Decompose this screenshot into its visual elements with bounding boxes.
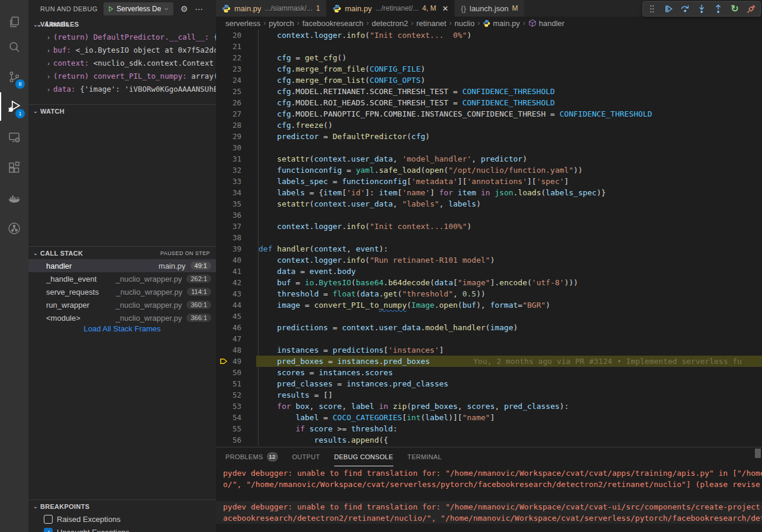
code-line[interactable]: 40 context.logger.info("Run retinanet-R1…: [216, 254, 762, 266]
variables-header[interactable]: ⌄ VARIABLES: [28, 18, 216, 31]
breadcrumb-item[interactable]: detectron2: [372, 19, 408, 28]
code-line[interactable]: 52 results = []: [216, 389, 762, 401]
code-line[interactable]: 54 label = COCO_CATEGORIES[int(label)]["…: [216, 412, 762, 423]
code-line[interactable]: 24 cfg.merge_from_list(CONFIG_OPTS): [216, 75, 762, 86]
stack-frame-row[interactable]: serve_requests_nuclio_wrapper.py114:1: [28, 285, 216, 298]
code-line[interactable]: 30: [216, 142, 762, 153]
watch-header[interactable]: ⌄ WATCH: [28, 104, 216, 117]
more-actions-icon[interactable]: ⋯: [195, 4, 203, 14]
console-message[interactable]: pydev debugger: unable to find translati…: [216, 467, 762, 490]
breadcrumb-item[interactable]: facebookresearch: [302, 19, 363, 28]
step-into-button[interactable]: [696, 4, 707, 14]
close-icon[interactable]: ✕: [442, 4, 448, 13]
code-line[interactable]: 26 cfg.MODEL.ROI_HEADS.SCORE_THRESH_TEST…: [216, 97, 762, 108]
breakpoint-checkbox[interactable]: [44, 515, 53, 524]
chevron-down-icon: [164, 6, 169, 12]
docker-icon[interactable]: [0, 185, 28, 213]
remote-explorer-icon[interactable]: [0, 123, 28, 151]
breadcrumb-item[interactable]: nuclio: [454, 19, 474, 28]
code-line[interactable]: 42 buf = io.BytesIO(base64.b64decode(dat…: [216, 277, 762, 288]
panel-scrollbar[interactable]: [755, 449, 761, 458]
breadcrumb-item[interactable]: retinanet: [416, 19, 447, 28]
step-out-button[interactable]: [713, 4, 724, 14]
toolbar-grip[interactable]: [647, 4, 657, 14]
editor-tab[interactable]: main.py.../siammask/...1: [216, 0, 327, 17]
code-line[interactable]: 21: [216, 41, 762, 52]
code-line[interactable]: 39def handler(context, event):: [216, 243, 762, 254]
line-number: 54: [223, 412, 241, 423]
breadcrumb-item[interactable]: pytorch: [269, 19, 294, 28]
code-line[interactable]: 37 context.logger.info("Init context...1…: [216, 221, 762, 232]
breakpoints-header[interactable]: ⌄ BREAKPOINTS: [28, 499, 216, 512]
code-line[interactable]: 38: [216, 232, 762, 243]
breakpoint-checkbox[interactable]: ✓: [44, 528, 53, 532]
start-debug-icon: [108, 5, 114, 12]
code-line[interactable]: 50 scores = instances.scores: [216, 367, 762, 378]
code-line[interactable]: 27 cfg.MODEL.PANOPTIC_FPN.COMBINE.INSTAN…: [216, 108, 762, 120]
code-line[interactable]: 22 cfg = get_cfg(): [216, 52, 762, 63]
code-line[interactable]: 32 functionconfig = yaml.safe_load(open(…: [216, 165, 762, 176]
code-line[interactable]: 43 threshold = float(data.get("threshold…: [216, 288, 762, 299]
run-and-debug-icon[interactable]: 1: [0, 92, 28, 121]
code-line[interactable]: 35 setattr(context.user_data, "labels", …: [216, 198, 762, 209]
code-line[interactable]: 45: [216, 311, 762, 322]
code-line[interactable]: 28 cfg.freeze(): [216, 120, 762, 131]
breadcrumb-item[interactable]: handler: [528, 19, 564, 28]
disconnect-button[interactable]: [746, 4, 757, 14]
search-icon[interactable]: [0, 33, 28, 62]
code-line[interactable]: 41 data = event.body: [216, 266, 762, 277]
continue-button[interactable]: [663, 4, 674, 14]
code-line[interactable]: 51 pred_classes = instances.pred_classes: [216, 378, 762, 389]
code-line[interactable]: 33 labels_spec = functionconfig['metadat…: [216, 176, 762, 187]
restart-button[interactable]: ↻: [729, 4, 740, 14]
code-line[interactable]: 55 if score >= threshold:: [216, 423, 762, 434]
source-control-icon[interactable]: 8: [0, 63, 28, 91]
panel-tab[interactable]: TERMINAL: [408, 448, 442, 466]
code-line[interactable]: 29 predictor = DefaultPredictor(cfg): [216, 131, 762, 142]
code-line[interactable]: 23 cfg.merge_from_file(CONFIG_FILE): [216, 63, 762, 75]
console-message[interactable]: pydev debugger: unable to find translati…: [216, 501, 762, 524]
code-line[interactable]: 46 predictions = context.user_data.model…: [216, 322, 762, 333]
extensions-icon[interactable]: [0, 154, 28, 182]
code-line[interactable]: 49 pred_boxes = instances.pred_boxesYou,…: [216, 356, 762, 367]
stack-frame-row[interactable]: run_wrapper_nuclio_wrapper.py360:1: [28, 298, 216, 311]
gitlens-icon[interactable]: [0, 214, 28, 243]
code-line[interactable]: 53 for box, score, label in zip(pred_box…: [216, 401, 762, 412]
gear-icon[interactable]: ⚙: [180, 4, 188, 14]
load-all-stack-frames-link[interactable]: Load All Stack Frames: [28, 324, 216, 336]
code-line[interactable]: 36: [216, 209, 762, 221]
code-line[interactable]: 56 results.append({: [216, 434, 762, 446]
variable-row[interactable]: ›(return) convert_PIL_to_numpy: array([[…: [28, 70, 216, 83]
code-line[interactable]: 20 context.logger.info("Init context... …: [216, 30, 762, 41]
call-stack-header[interactable]: ⌄ CALL STACK PAUSED ON STEP: [28, 246, 216, 259]
breakpoint-row[interactable]: Raised Exceptions: [28, 512, 216, 525]
panel-tab[interactable]: PROBLEMS12: [225, 448, 278, 466]
variable-row[interactable]: ›data: {'image': 'iVBORw0KGgoAAAANSUhE…: [28, 83, 216, 96]
code-line[interactable]: 34 labels = {item['id']: item['name'] fo…: [216, 187, 762, 198]
breakpoint-row[interactable]: ✓Uncaught Exceptions: [28, 525, 216, 532]
code-line[interactable]: 25 cfg.MODEL.RETINANET.SCORE_THRESH_TEST…: [216, 86, 762, 97]
debug-console-output[interactable]: pydev debugger: unable to find translati…: [216, 467, 762, 532]
variable-row[interactable]: ›(return) DefaultPredictor.__call__: {'i…: [28, 31, 216, 44]
debug-config-dropdown[interactable]: Serverless Debu: [104, 2, 173, 15]
variable-row[interactable]: ›buf: <_io.BytesIO object at 0x7f5a2dc1e…: [28, 44, 216, 57]
code-text: pred_classes = instances.pred_classes: [259, 378, 448, 389]
code-line[interactable]: 48 instances = predictions['instances']: [216, 344, 762, 356]
stack-frame-row[interactable]: handlermain.py49:1: [28, 259, 216, 272]
stack-frame-row[interactable]: <module>_nuclio_wrapper.py366:1: [28, 311, 216, 324]
editor-tab[interactable]: main.py.../retinanet/...4, M✕: [327, 0, 455, 17]
code-line[interactable]: 47: [216, 333, 762, 344]
code-line[interactable]: 44 image = convert_PIL_to_numpy(Image.op…: [216, 299, 762, 311]
variable-row[interactable]: ›context: <nuclio_sdk.context.Context ob…: [28, 57, 216, 70]
frame-function: handler: [46, 262, 159, 270]
code-editor[interactable]: 20 context.logger.info("Init context... …: [216, 30, 762, 447]
panel-tab[interactable]: DEBUG CONSOLE: [334, 448, 393, 466]
step-over-button[interactable]: [680, 4, 690, 14]
breadcrumb-item[interactable]: serverless: [225, 19, 260, 28]
stack-frame-row[interactable]: _handle_event_nuclio_wrapper.py262:1: [28, 272, 216, 285]
editor-tab[interactable]: {}launch.jsonM: [455, 0, 524, 17]
panel-tab[interactable]: OUTPUT: [292, 448, 320, 466]
explorer-icon[interactable]: [0, 8, 28, 37]
code-line[interactable]: 31 setattr(context.user_data, 'model_han…: [216, 153, 762, 165]
breadcrumb-item[interactable]: main.py: [483, 19, 520, 28]
